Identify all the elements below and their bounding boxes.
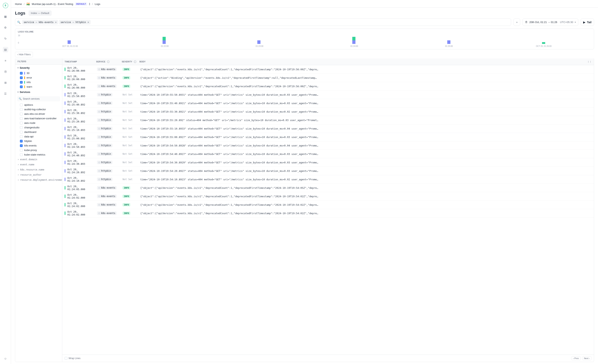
prev-button[interactable]: ‹ Prev [571,356,581,360]
table-row[interactable]: Oct 20, 01:25:30.892⬡httpbinNot Settime=… [62,107,594,116]
service-chip[interactable]: ⬡k8s-events [97,67,117,71]
refresh-icon[interactable]: ↻ [3,36,8,41]
table-row[interactable]: Oct 20, 01:24:02.000⬡k8s-eventsINFO{"obj… [62,192,594,201]
brand-logo-icon[interactable]: 9 [3,3,8,8]
facet-services-header[interactable]: ▾ Services [15,89,62,95]
timerange-picker[interactable]: 🗓 20th Oct, 01:21 → 01:26 UTC+05:30 ▾ [523,18,578,26]
region-switcher-icon[interactable]: ▴▾ [89,2,90,6]
service-chip[interactable]: ⬡httpbin [97,161,113,164]
service-chip[interactable]: ⬡k8s-events [97,76,117,80]
table-row[interactable]: Oct 20, 01:24:02.000⬡k8s-eventsINFO{"obj… [62,201,594,209]
service-chip[interactable]: ⬡httpbin [97,152,113,156]
service-chip[interactable]: ⬡httpbin [97,135,113,139]
hexagon-icon: ⬡ [98,170,100,172]
query-token[interactable]: service=k8s-events✕ [22,20,58,24]
table-row[interactable]: Oct 20, 01:25:10.893⬡httpbinNot Settime=… [62,124,594,133]
search-input[interactable]: 🔍 service=k8s-events✕ service=httpbin✕ [15,18,511,26]
table-row[interactable]: Oct 20, 01:24:40.892⬡httpbinNot Settime=… [62,150,594,158]
plus-box-icon[interactable]: ⊞ [3,80,8,85]
user-icon[interactable]: ☺ [3,356,8,361]
service-filter-item[interactable]: data-api [15,134,62,139]
attribute-facet[interactable]: ›event.name [15,162,62,167]
table-row[interactable]: Oct 20, 01:24:30.893⬡httpbinNot Settime=… [62,158,594,167]
broadcast-icon[interactable]: ⦿ [3,69,8,74]
severity-filter-item[interactable]: ✓error [15,75,62,80]
service-filter-item[interactable]: changestudio [15,125,62,130]
service-chip[interactable]: ⬡k8s-events [97,186,117,190]
table-row[interactable]: Oct 20, 01:25:20.892⬡httpbinNot Settime=… [62,116,594,124]
add-filter-button[interactable]: + [514,18,520,26]
col-timestamp[interactable]: TIMESTAMP [65,61,96,63]
col-body[interactable]: BODY [140,61,587,63]
service-chip[interactable]: ⬡httpbin [97,169,113,173]
logs-icon[interactable]: ▤ [3,47,8,52]
service-chip[interactable]: ⬡httpbin [97,118,113,122]
checkbox-icon [20,126,23,129]
severity-filter-item[interactable]: ✓30 [15,71,62,75]
service-filter-item[interactable]: aws-load-balancer-controller [15,116,62,121]
breadcrumb-region[interactable]: Mumbai (ap-south-1) - Event Testing [32,3,73,6]
dashboard-icon[interactable]: ▦ [3,14,8,19]
sliders-icon[interactable]: ☰ [3,91,8,97]
table-row[interactable]: Oct 20, 01:25:50.893⬡httpbinNot Settime=… [62,90,594,99]
wrap-lines-toggle[interactable]: Wrap Lines [65,357,80,360]
service-chip[interactable]: ⬡httpbin [97,101,113,105]
gear-icon[interactable]: ⚙ [3,25,8,30]
service-filter-item[interactable]: aws-ebs-csi-driver [15,112,62,116]
attribute-facet[interactable]: ›resource.deployment.environment [15,177,62,183]
query-token[interactable]: service=httpbin✕ [59,20,91,24]
info-icon[interactable]: i [134,60,136,63]
columns-config-icon[interactable]: ⋮⋮ [587,61,591,63]
info-icon[interactable]: i [107,60,109,63]
table-row[interactable]: Oct 20, 01:26:00.000⬡k8s-eventsINFO{"obj… [62,65,594,74]
service-filter-item[interactable]: ✓k8s-events [15,143,62,148]
service-label: changestudio [24,126,39,129]
attribute-facet[interactable]: ›resource_author [15,172,62,177]
service-filter-item[interactable]: auditd-log-collector [15,107,62,112]
table-row[interactable]: Oct 20, 01:24:20.892⬡httpbinNot Settime=… [62,167,594,175]
breadcrumb-home[interactable]: Home [15,3,22,6]
services-search-input[interactable]: 🔍 Search services [17,96,60,101]
filter-icon[interactable]: ≡ [3,58,8,63]
next-button[interactable]: Next › [582,356,591,360]
table-row[interactable]: Oct 20, 01:25:40.892⬡httpbinNot Settime=… [62,99,594,107]
service-label: k8s-events [24,144,37,147]
service-chip[interactable]: ⬡httpbin [97,144,113,147]
service-filter-item[interactable]: ✓httpbin [15,139,62,143]
table-row[interactable]: Oct 20, 01:26:00.000⬡k8s-eventsINFO{"obj… [62,74,594,82]
service-filter-item[interactable]: dashboard [15,130,62,134]
service-filter-item[interactable]: aws-node [15,121,62,125]
service-chip[interactable]: ⬡k8s-events [97,84,117,88]
severity-value: Not Set [123,127,133,130]
service-filter-item[interactable]: kube-proxy [15,148,62,152]
attribute-facet[interactable]: ›event.domain [15,157,62,162]
remove-token-icon[interactable]: ✕ [87,21,89,24]
remove-token-icon[interactable]: ✕ [55,21,57,24]
service-chip[interactable]: ⬡k8s-events [97,194,117,198]
severity-filter-item[interactable]: ✓info [15,80,62,84]
table-row[interactable]: Oct 20, 01:24:50.893⬡httpbinNot Settime=… [62,141,594,150]
hexagon-icon: ⬡ [98,85,100,87]
service-chip[interactable]: ⬡httpbin [97,93,113,97]
service-chip[interactable]: ⬡httpbin [97,178,113,181]
attribute-facet[interactable]: ›k8s.resource.name [15,167,62,172]
table-row[interactable]: Oct 20, 01:24:10.892⬡httpbinNot Settime=… [62,175,594,184]
facet-severity-header[interactable]: ▾ Severity [15,65,62,71]
row-severity: Not Set [123,161,140,164]
tail-button[interactable]: ▶ Tail [581,18,594,26]
service-filter-item[interactable]: kube-state-metrics [15,152,62,157]
index-selector[interactable]: Index — Default [29,10,52,16]
col-service[interactable]: SERVICE i [96,60,122,63]
service-filter-item[interactable]: apidocs [15,103,62,107]
table-row[interactable]: Oct 20, 01:24:05.000⬡k8s-eventsINFO{"obj… [62,184,594,192]
col-severity[interactable]: SEVERITY i [122,60,140,63]
service-chip[interactable]: ⬡httpbin [97,110,113,113]
severity-filter-item[interactable]: ✓warn [15,84,62,89]
table-row[interactable]: Oct 20, 01:25:00.892⬡httpbinNot Settime=… [62,133,594,141]
service-chip[interactable]: ⬡k8s-events [97,203,117,207]
table-row[interactable]: Oct 20, 01:26:00.000⬡k8s-eventsINFO{"obj… [62,82,594,90]
hide-filters-button[interactable]: ‹ Hide Filters [15,52,33,57]
service-chip[interactable]: ⬡httpbin [97,127,113,130]
table-row[interactable]: Oct 20, 01:24:02.000⬡k8s-eventsINFO{"obj… [62,209,594,218]
service-chip[interactable]: ⬡k8s-events [97,211,117,215]
